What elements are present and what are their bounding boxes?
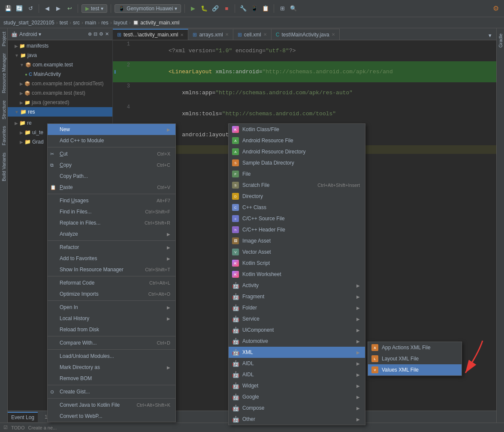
submenu-xml-layout[interactable]: L Layout XML File	[368, 353, 462, 364]
resource-manager-tab[interactable]: Resource Manager	[0, 50, 7, 97]
avd-icon[interactable]: 📱	[250, 4, 259, 13]
breadcrumb-main[interactable]: main	[85, 20, 96, 26]
project-tab[interactable]: Project	[0, 28, 7, 50]
submenu-item-service[interactable]: 🤖 Service ▶	[229, 313, 365, 324]
breadcrumb-res[interactable]: res	[101, 20, 109, 26]
undo-icon[interactable]: ↩	[65, 4, 74, 13]
submenu-item-fragment[interactable]: 🤖 Fragment ▶	[229, 291, 365, 302]
sync-icon[interactable]: 🔄	[15, 4, 24, 13]
menu-item-find-files[interactable]: Find in Files... Ctrl+Shift+F	[48, 206, 175, 217]
tree-collapse-icon[interactable]: ⊟	[94, 31, 97, 37]
sdk-icon[interactable]: 🔧	[238, 4, 248, 13]
menu-item-find-usages[interactable]: Find Usages Alt+F7	[48, 195, 175, 206]
menu-item-refactor[interactable]: Refactor ▶	[48, 242, 175, 253]
submenu-item-kotlin-class[interactable]: K Kotlin Class/File	[229, 124, 365, 135]
menu-item-copy[interactable]: ⧉ Copy Ctrl+C	[48, 159, 175, 171]
project-selector[interactable]: ▶ test ▾	[81, 4, 107, 13]
debug-icon[interactable]: 🐛	[199, 4, 209, 13]
tree-item-java[interactable]: ▼ 📁 java	[8, 51, 112, 60]
submenu-item-other[interactable]: 🤖 Other ▶	[229, 414, 365, 425]
menu-item-open-in[interactable]: Open In ▶	[48, 302, 175, 313]
tab-close-icon[interactable]: ✕	[180, 33, 184, 37]
gradle-tab[interactable]: Gradle	[497, 30, 504, 51]
menu-item-remove-bom[interactable]: Remove BOM	[48, 373, 175, 384]
menu-item-create-gist[interactable]: ⊙ Create Gist...	[48, 386, 175, 397]
submenu-item-file[interactable]: F File	[229, 168, 365, 180]
submenu-item-xml[interactable]: 🤖 XML ▶	[229, 347, 365, 358]
submenu-item-google[interactable]: 🤖 Google ▶	[229, 391, 365, 402]
submenu-item-kotlin-script[interactable]: K Kotlin Script	[229, 258, 365, 269]
menu-item-local-history[interactable]: Local History ▶	[48, 313, 175, 324]
menu-item-new[interactable]: New ▶	[48, 124, 175, 135]
menu-item-reformat[interactable]: Reformat Code Ctrl+Alt+L	[48, 277, 175, 288]
menu-item-convert-kotlin[interactable]: Convert Java to Kotlin File Ctrl+Alt+Shi…	[48, 399, 175, 411]
submenu-item-uicomponent[interactable]: 🤖 UiComponent ▶	[229, 324, 365, 336]
run-icon[interactable]: ▶	[188, 4, 198, 13]
menu-item-copy-path[interactable]: Copy Path...	[48, 171, 175, 182]
submenu-item-wear[interactable]: 🤖 AIDL ▶	[229, 358, 365, 369]
tab-activity-main[interactable]: ⊞ test\...\activity_main.xml ✕	[113, 29, 188, 40]
submenu-item-kotlin-worksheet[interactable]: K Kotlin Worksheet	[229, 269, 365, 280]
submenu-item-sample-data-dir[interactable]: S Sample Data Directory	[229, 157, 365, 168]
tab-overflow-icon[interactable]: ▾	[485, 30, 495, 40]
menu-item-show-resource-manager[interactable]: Show In Resource Manager Ctrl+Shift+T	[48, 264, 175, 275]
submenu-item-automotive[interactable]: 🤖 Automotive ▶	[229, 336, 365, 347]
submenu-item-vector-asset[interactable]: V Vector Asset	[229, 246, 365, 258]
tab-arrays[interactable]: ⊞ arrays.xml ✕	[188, 29, 233, 40]
event-log-tab[interactable]: Event Log	[8, 412, 38, 422]
tree-item-manifests[interactable]: ▶ 📁 manifests	[8, 41, 112, 51]
submenu-item-android-resource-dir[interactable]: A Android Resource Directory	[229, 146, 365, 157]
menu-item-reload[interactable]: Reload from Disk	[48, 324, 175, 335]
submenu-item-cpp-header[interactable]: h C/C++ Header File	[229, 224, 365, 235]
todo-icon[interactable]: ☑	[3, 425, 8, 430]
submenu-item-folder[interactable]: 🤖 Folder ▶	[229, 302, 365, 313]
submenu-item-scratch-file[interactable]: S Scratch File Ctrl+Alt+Shift+Insert	[229, 180, 365, 191]
submenu-item-aidl[interactable]: 🤖 AIDL ▶	[229, 369, 365, 380]
find-icon[interactable]: 🔍	[289, 4, 298, 13]
favorites-tab[interactable]: Favorites	[0, 123, 7, 149]
menu-item-compare[interactable]: Compare With... Ctrl+D	[48, 337, 175, 348]
tree-item-androidtest[interactable]: ▶ 📦 com.example.test (androidTest)	[8, 79, 112, 88]
submenu-item-cpp-source[interactable]: c C/C++ Source File	[229, 213, 365, 224]
tree-item-res[interactable]: ▼ 📁 res	[8, 107, 112, 117]
structure-tab[interactable]: Structure	[0, 97, 7, 123]
tab-mainactivity[interactable]: C test\MainActivity.java ✕	[272, 29, 340, 40]
submenu-item-cpp-class[interactable]: C C++ Class	[229, 202, 365, 213]
device-selector[interactable]: 📱 Genymotion Huawei ▾	[115, 4, 181, 13]
breadcrumb-test[interactable]: test	[60, 20, 68, 26]
refresh-icon[interactable]: ↺	[26, 4, 35, 13]
save-icon[interactable]: 💾	[3, 4, 13, 13]
tree-item-mainactivity[interactable]: ● C MainActivity	[8, 69, 112, 79]
breadcrumb-project[interactable]: study_start_20220105	[3, 20, 54, 26]
logcat-icon[interactable]: 📋	[261, 4, 270, 13]
menu-item-load-modules[interactable]: Load/Unload Modules...	[48, 351, 175, 362]
tree-close-icon[interactable]: ✕	[105, 31, 109, 37]
attach-icon[interactable]: 🔗	[211, 4, 220, 13]
submenu-xml-app-actions[interactable]: A App Actions XML File	[368, 342, 462, 353]
submenu-item-activity[interactable]: 🤖 Activity ▶	[229, 280, 365, 291]
tree-item-package[interactable]: ▼ 📦 com.example.test	[8, 60, 112, 69]
settings-icon[interactable]: ⚙	[491, 4, 501, 13]
menu-item-analyze[interactable]: Analyze ▶	[48, 228, 175, 240]
build-variants-tab[interactable]: Build Variants	[0, 149, 7, 185]
tree-expand-icon[interactable]: ⊕	[88, 31, 92, 37]
tree-item-java-generated[interactable]: ▶ 📁 java (generated)	[8, 98, 112, 107]
tab-close-icon[interactable]: ✕	[332, 32, 335, 37]
submenu-item-image-asset[interactable]: 🖼 Image Asset	[229, 235, 365, 246]
tab-cell[interactable]: ⊞ cell.xml ✕	[233, 29, 272, 40]
breadcrumb-src[interactable]: src	[73, 20, 80, 26]
layout-icon[interactable]: ⊞	[278, 4, 287, 13]
tree-item-test[interactable]: ▶ 📦 com.example.test (test)	[8, 88, 112, 98]
submenu-item-compose[interactable]: 🤖 Compose ▶	[229, 402, 365, 414]
menu-item-cut[interactable]: ✂ Cut Ctrl+X	[48, 148, 175, 159]
menu-item-add-cpp[interactable]: Add C++ to Module	[48, 135, 175, 146]
tree-settings-icon[interactable]: ⚙	[99, 31, 103, 37]
submenu-xml-values[interactable]: V Values XML File	[368, 364, 462, 375]
menu-item-convert-webp[interactable]: Convert to WebP...	[48, 411, 175, 422]
stop-icon[interactable]: ■	[222, 4, 231, 13]
menu-item-add-favorites[interactable]: Add to Favorites ▶	[48, 253, 175, 264]
back-icon[interactable]: ◀	[42, 4, 52, 13]
forward-icon[interactable]: ▶	[54, 4, 63, 13]
menu-item-replace-files[interactable]: Replace in Files... Ctrl+Shift+R	[48, 217, 175, 228]
menu-item-optimize-imports[interactable]: Optimize Imports Ctrl+Alt+O	[48, 288, 175, 300]
